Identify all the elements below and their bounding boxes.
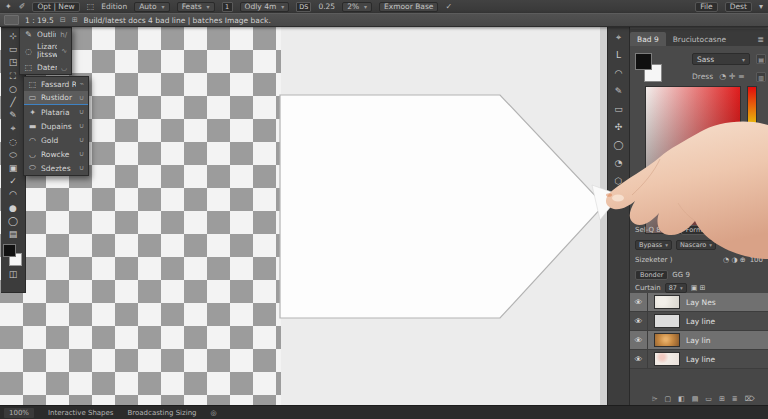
dest-button[interactable]: Dest <box>725 2 752 12</box>
tab-swatches[interactable]: Bruciutocasne <box>666 32 733 46</box>
opt-new-chip[interactable]: Opt | New <box>32 2 79 12</box>
layer-name[interactable]: Lay Nes <box>686 298 716 307</box>
crop-icon[interactable]: ⬚ <box>87 3 95 11</box>
smudge-tool-icon[interactable]: ✓ <box>3 175 24 188</box>
document-title[interactable]: Build/latest docs 4 bad line | batches I… <box>84 16 271 25</box>
tab-color[interactable]: Bad 9 <box>630 32 666 46</box>
visibility-eye-icon[interactable]: 👁 <box>630 293 648 311</box>
eraser-tool-icon[interactable]: ⬭ <box>3 149 24 162</box>
brush-tool-icon[interactable]: ● <box>3 201 24 214</box>
pen-icon[interactable]: ✎ <box>615 87 623 96</box>
arc-icon[interactable]: ◠ <box>615 69 623 78</box>
foreground-color-swatch[interactable] <box>635 53 652 70</box>
menu-item[interactable]: ◡ Rowcke ∪ <box>24 147 88 161</box>
menu-item[interactable]: ✎ Outline h∕ <box>20 28 71 41</box>
visibility-eye-icon[interactable]: 👁 <box>630 331 648 349</box>
move-icon[interactable]: ✣ <box>615 123 623 132</box>
chevron-down-icon[interactable]: ▾ <box>759 3 763 11</box>
menu-item[interactable]: ◌ Lizardia Jitsswtb ∿ <box>20 41 71 61</box>
menu-item[interactable]: ◠ Gold ∪ <box>24 133 88 147</box>
adjustment-icon[interactable]: ▤ <box>692 395 699 403</box>
menu-item[interactable]: ⬭ Sdeztes ∪ <box>24 161 88 175</box>
shape-tool-icon[interactable]: ◯ <box>3 215 24 228</box>
opacity-icons[interactable]: ◔ ◑ ⊕ <box>723 256 746 264</box>
color-mode-select[interactable]: Sass ▾ <box>692 53 750 65</box>
menu-item[interactable]: ▬ Dupains ∪ <box>24 119 88 133</box>
hue-slider[interactable] <box>747 86 757 234</box>
auto-select[interactable]: Auto ▾ <box>134 2 169 12</box>
visibility-eye-icon[interactable]: 👁 <box>630 350 648 368</box>
panel-menu-icon[interactable]: ≣ <box>753 35 768 46</box>
feats-select[interactable]: Feats ▾ <box>177 2 215 12</box>
layer-name[interactable]: Lay line <box>686 317 715 326</box>
list-icon[interactable]: ≣ <box>732 395 738 403</box>
dodge-tool-icon[interactable]: ◠ <box>3 188 24 201</box>
color-swatch-pair[interactable] <box>2 244 24 268</box>
lock-options[interactable]: GG 9 <box>672 271 690 279</box>
percent-select[interactable]: 2% ▾ <box>342 2 372 12</box>
fill-select[interactable]: 87 ▾ <box>665 283 687 293</box>
delete-icon[interactable]: ⌦ <box>745 395 755 403</box>
target-icon[interactable]: ⌖ <box>616 33 621 42</box>
collapse-icon[interactable]: ⊟ <box>60 16 66 24</box>
pen-tool-icon[interactable]: ✎ <box>3 109 24 122</box>
fill-icons[interactable]: ▣ ⊞ <box>691 284 706 292</box>
layer-thumbnail[interactable] <box>654 352 680 366</box>
value-field[interactable]: 0.25 <box>318 2 335 11</box>
polygon-icon[interactable]: ⬡ <box>615 177 623 186</box>
expand-icon[interactable]: ⊞ <box>72 16 78 24</box>
mask-mode-icon[interactable]: ◫ <box>3 268 24 281</box>
target-tool-icon[interactable]: ⌖ <box>3 122 24 135</box>
mask-icon[interactable]: ◧ <box>678 395 685 403</box>
blend-mode-select[interactable]: Bypass ▾ <box>635 240 672 250</box>
file-button[interactable]: File <box>695 2 718 12</box>
circle-icon[interactable]: ◯ <box>613 141 623 150</box>
group-icon[interactable]: ▭ <box>705 395 712 403</box>
line-tool-icon[interactable]: ╱ <box>3 96 24 109</box>
layer-name[interactable]: Lay lin <box>686 336 711 345</box>
label-icon[interactable]: L <box>616 51 621 60</box>
blob-icon[interactable]: ◔ <box>615 159 623 168</box>
panel-side-button[interactable]: ▥ <box>756 72 766 82</box>
opacity-value[interactable]: 100 <box>750 256 763 264</box>
visibility-eye-icon[interactable]: 👁 <box>630 312 648 330</box>
lock-button[interactable]: Bonder <box>635 270 668 280</box>
panel-swatch-pair[interactable] <box>635 53 665 85</box>
layer-row[interactable]: 👁 Lay line <box>630 350 768 369</box>
menu-item-selected[interactable]: ▭ Rustidor ∪ <box>24 91 88 105</box>
layer-thumbnail[interactable] <box>654 314 680 328</box>
gradient-tool-icon[interactable]: ▣ <box>3 162 24 175</box>
layer-row[interactable]: 👁 Lay line <box>630 312 768 331</box>
layer-thumbnail[interactable] <box>654 333 680 347</box>
layer-row[interactable]: 👁 Lay Nes <box>630 293 768 312</box>
layer-thumbnail[interactable] <box>654 295 680 309</box>
fx-icon[interactable]: ▢ <box>664 395 671 403</box>
menu-item[interactable]: ⬚ Datention ◡ <box>20 61 71 74</box>
filter-button[interactable]: Formal <box>681 225 713 235</box>
menu-item[interactable]: ⬚ Fassard Road ⌁ <box>24 77 88 91</box>
document-icon[interactable] <box>4 15 19 25</box>
new-layer-icon[interactable]: ⊞ <box>719 395 725 403</box>
link-icon[interactable]: ⌲ <box>652 395 657 403</box>
brush-icon[interactable]: ✐ <box>19 3 26 11</box>
odly-select[interactable]: Odly 4m ▾ <box>240 2 290 12</box>
blend-variant-select[interactable]: Nascaro ▾ <box>676 240 716 250</box>
ellipse-tool-icon[interactable]: ○ <box>3 83 24 96</box>
color-row-icons[interactable]: ◔ ✛ ≡ <box>719 72 744 81</box>
confirm-check-icon[interactable]: ✓ <box>445 3 452 11</box>
panel-side-button[interactable]: ▤ <box>756 54 766 64</box>
zoom-level[interactable]: 100% <box>4 408 34 418</box>
menu-item[interactable]: ✦ Plataria ∪ <box>24 105 88 119</box>
stamp-icon[interactable]: ▭ <box>614 105 623 114</box>
text-tool-icon[interactable]: ▤ <box>3 228 24 241</box>
arrow-shape[interactable] <box>0 27 600 405</box>
tool-badge[interactable]: 1 <box>222 2 233 12</box>
vertical-scrollbar[interactable] <box>600 27 607 405</box>
saturation-gradient-picker[interactable] <box>645 86 741 234</box>
foreground-color-swatch[interactable] <box>3 244 16 257</box>
exmoor-select[interactable]: Exmoor Base <box>379 2 438 12</box>
layer-name[interactable]: Lay line <box>686 355 715 364</box>
layer-row[interactable]: 👁 Lay lin <box>630 331 768 350</box>
stamp-tool-icon[interactable]: ◌ <box>3 136 24 149</box>
canvas[interactable] <box>0 27 600 405</box>
